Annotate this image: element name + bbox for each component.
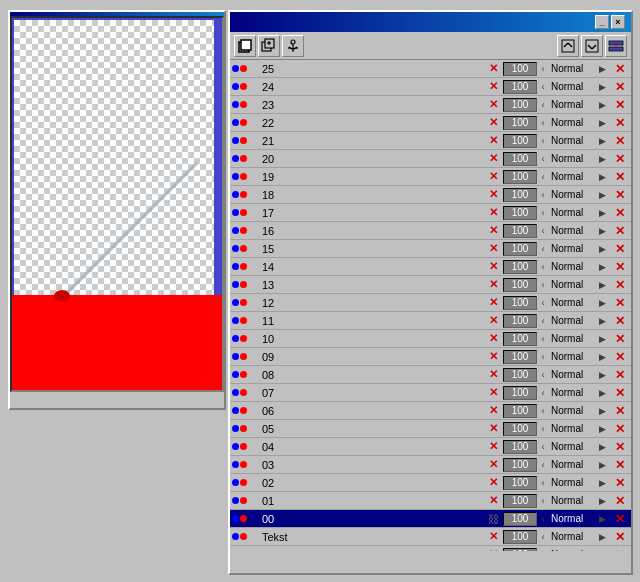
layer-row[interactable]: 05✕100‹Normal▶✕ — [230, 420, 631, 438]
layer-expand-arrow[interactable]: ▶ — [599, 424, 611, 434]
layer-vis-toggle[interactable]: ✕ — [483, 476, 503, 489]
layer-row[interactable]: 19✕100‹Normal▶✕ — [230, 168, 631, 186]
minimize-button[interactable]: _ — [595, 15, 609, 29]
layer-expand-arrow[interactable]: ▶ — [599, 370, 611, 380]
layer-row[interactable]: 02✕100‹Normal▶✕ — [230, 474, 631, 492]
layer-opacity[interactable]: 100 — [503, 224, 537, 238]
layer-expand-arrow[interactable]: ▶ — [599, 550, 611, 552]
layer-row[interactable]: 23✕100‹Normal▶✕ — [230, 96, 631, 114]
layer-vis-toggle[interactable]: ✕ — [483, 260, 503, 273]
anchor-button[interactable] — [282, 35, 304, 57]
layer-expand-arrow[interactable]: ▶ — [599, 442, 611, 452]
layer-vis-toggle[interactable]: ✕ — [483, 98, 503, 111]
layer-row[interactable]: Tekst✕100‹Normal▶✕ — [230, 528, 631, 546]
layer-row[interactable]: 10✕100‹Normal▶✕ — [230, 330, 631, 348]
layer-row[interactable]: 24✕100‹Normal▶✕ — [230, 78, 631, 96]
layer-row[interactable]: 17✕100‹Normal▶✕ — [230, 204, 631, 222]
layer-opacity[interactable]: 100 — [503, 260, 537, 274]
layer-expand-arrow[interactable]: ▶ — [599, 172, 611, 182]
layer-vis-toggle[interactable]: ✕ — [483, 458, 503, 471]
layer-expand-arrow[interactable]: ▶ — [599, 262, 611, 272]
layer-expand-arrow[interactable]: ▶ — [599, 532, 611, 542]
layer-expand-arrow[interactable]: ▶ — [599, 514, 611, 524]
close-button[interactable]: × — [611, 15, 625, 29]
layer-vis-toggle[interactable]: ✕ — [483, 278, 503, 291]
layer-opacity[interactable]: 100 — [503, 422, 537, 436]
layer-delete-button[interactable]: ✕ — [611, 332, 629, 346]
layer-delete-button[interactable]: ✕ — [611, 80, 629, 94]
layer-row[interactable]: 14✕100‹Normal▶✕ — [230, 258, 631, 276]
layer-delete-button[interactable]: ✕ — [611, 224, 629, 238]
layer-opacity[interactable]: 100 — [503, 476, 537, 490]
layer-delete-button[interactable]: ✕ — [611, 296, 629, 310]
layer-opacity[interactable]: 100 — [503, 152, 537, 166]
layer-vis-toggle[interactable]: ✕ — [483, 152, 503, 165]
layer-vis-toggle[interactable]: ✕ — [483, 548, 503, 551]
layer-row[interactable]: Layer1✕100‹Normal▶✕ — [230, 546, 631, 551]
layer-vis-toggle[interactable]: ✕ — [483, 296, 503, 309]
layer-vis-toggle[interactable]: ✕ — [483, 422, 503, 435]
layer-expand-arrow[interactable]: ▶ — [599, 496, 611, 506]
layer-opacity[interactable]: 100 — [503, 206, 537, 220]
layer-delete-button[interactable]: ✕ — [611, 116, 629, 130]
layer-vis-toggle[interactable]: ✕ — [483, 116, 503, 129]
layer-row[interactable]: 18✕100‹Normal▶✕ — [230, 186, 631, 204]
layer-vis-toggle[interactable]: ✕ — [483, 188, 503, 201]
layer-opacity[interactable]: 100 — [503, 314, 537, 328]
layer-row[interactable]: 20✕100‹Normal▶✕ — [230, 150, 631, 168]
layer-expand-arrow[interactable]: ▶ — [599, 478, 611, 488]
layer-row[interactable]: 11✕100‹Normal▶✕ — [230, 312, 631, 330]
layer-opacity[interactable]: 100 — [503, 440, 537, 454]
layer-delete-button[interactable]: ✕ — [611, 386, 629, 400]
layer-opacity[interactable]: 100 — [503, 278, 537, 292]
layer-opacity[interactable]: 100 — [503, 332, 537, 346]
layer-row[interactable]: 06✕100‹Normal▶✕ — [230, 402, 631, 420]
layer-delete-button[interactable]: ✕ — [611, 530, 629, 544]
layer-row[interactable]: 03✕100‹Normal▶✕ — [230, 456, 631, 474]
layer-vis-toggle[interactable]: ✕ — [483, 62, 503, 75]
layer-opacity[interactable]: 100 — [503, 170, 537, 184]
layer-delete-button[interactable]: ✕ — [611, 62, 629, 76]
layer-row[interactable]: 04✕100‹Normal▶✕ — [230, 438, 631, 456]
layer-expand-arrow[interactable]: ▶ — [599, 298, 611, 308]
layer-delete-button[interactable]: ✕ — [611, 548, 629, 552]
layer-expand-arrow[interactable]: ▶ — [599, 226, 611, 236]
layer-opacity[interactable]: 100 — [503, 458, 537, 472]
layer-row[interactable]: 08✕100‹Normal▶✕ — [230, 366, 631, 384]
layer-expand-arrow[interactable]: ▶ — [599, 64, 611, 74]
layer-down-button[interactable] — [581, 35, 603, 57]
layer-expand-arrow[interactable]: ▶ — [599, 154, 611, 164]
layer-row[interactable]: 12✕100‹Normal▶✕ — [230, 294, 631, 312]
layer-vis-toggle[interactable]: ✕ — [483, 134, 503, 147]
layers-container[interactable]: 25✕100‹Normal▶✕24✕100‹Normal▶✕23✕100‹Nor… — [230, 60, 631, 551]
layer-opacity[interactable]: 100 — [503, 134, 537, 148]
layer-expand-arrow[interactable]: ▶ — [599, 136, 611, 146]
layer-vis-toggle[interactable]: ✕ — [483, 530, 503, 543]
layer-opacity[interactable]: 100 — [503, 530, 537, 544]
layer-row[interactable]: 21✕100‹Normal▶✕ — [230, 132, 631, 150]
layer-expand-arrow[interactable]: ▶ — [599, 352, 611, 362]
new-layer-button[interactable] — [234, 35, 256, 57]
layer-delete-button[interactable]: ✕ — [611, 242, 629, 256]
layer-vis-toggle[interactable]: ✕ — [483, 332, 503, 345]
layer-opacity[interactable]: 100 — [503, 404, 537, 418]
layer-vis-toggle[interactable]: ✕ — [483, 224, 503, 237]
layer-vis-toggle[interactable]: ✕ — [483, 386, 503, 399]
duplicate-layer-button[interactable] — [258, 35, 280, 57]
layer-delete-button[interactable]: ✕ — [611, 260, 629, 274]
layer-opacity[interactable]: 100 — [503, 188, 537, 202]
layer-delete-button[interactable]: ✕ — [611, 152, 629, 166]
layer-expand-arrow[interactable]: ▶ — [599, 100, 611, 110]
layer-vis-toggle[interactable]: ⛓ — [483, 513, 503, 525]
layer-expand-arrow[interactable]: ▶ — [599, 316, 611, 326]
layer-opacity[interactable]: 100 — [503, 368, 537, 382]
layer-row[interactable]: 00⛓100‹Normal▶✕ — [230, 510, 631, 528]
layer-delete-button[interactable]: ✕ — [611, 134, 629, 148]
layer-vis-toggle[interactable]: ✕ — [483, 170, 503, 183]
layer-delete-button[interactable]: ✕ — [611, 458, 629, 472]
layer-opacity[interactable]: 100 — [503, 512, 537, 526]
layer-vis-toggle[interactable]: ✕ — [483, 494, 503, 507]
layer-expand-arrow[interactable]: ▶ — [599, 190, 611, 200]
layer-opacity[interactable]: 100 — [503, 494, 537, 508]
layer-opacity[interactable]: 100 — [503, 62, 537, 76]
